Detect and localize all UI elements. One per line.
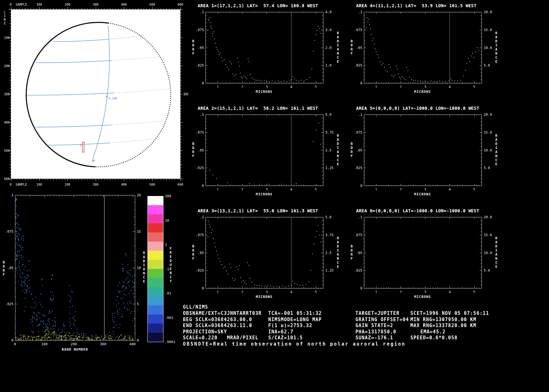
info-target: TARGET=JUPITER bbox=[355, 310, 399, 316]
spectrum-title-area1: AREA 1=(17,1,2,1) LAT= 57.4 LON= 160.8 W… bbox=[198, 3, 318, 8]
spectrum-title-area3: AREA 3=(13,1,2,1) LAT= 55.0 LON= 161.3 W… bbox=[198, 208, 318, 213]
bdrf-axis-label: BDRF bbox=[191, 244, 195, 261]
bdrf-axis-label: BDRF bbox=[350, 244, 354, 261]
spectrum-plot-area4 bbox=[342, 9, 499, 88]
info-obsnote: OBSNOTE=Real time observation of north p… bbox=[183, 341, 406, 347]
radiance-axis-label: RADIANCE bbox=[494, 236, 498, 269]
info-projection: PROJECTION=SKY bbox=[183, 329, 227, 335]
spectrum-title-area4: AREA 4=(11,1,2,1) LAT= 53.9 LON= 161.5 W… bbox=[356, 3, 477, 8]
spectrum-title-area5: AREA 5=(0,0,0,0) LAT=-1000.0 LON=-1000.0… bbox=[356, 106, 479, 111]
info-gain-state: GAIN STATE=2 bbox=[355, 323, 393, 328]
spectrum-title-area2: AREA 2=(15,1,2,1) LAT= 56.2 LON= 161.1 W… bbox=[198, 106, 318, 111]
info-obsname: OBSNAME/EXT=C3JNNTARRT03R bbox=[183, 310, 262, 316]
info-scale: SCALE=0.220 MRAD/PIXEL bbox=[183, 335, 259, 341]
microns-axis-label: MICRONS bbox=[410, 295, 435, 299]
info-max-rng: MAX RNG=1337820.00 KM bbox=[410, 323, 477, 328]
info-min-rng: MIN RNG=1307950.00 KM bbox=[410, 317, 477, 322]
info-tca: TCA=-001 05:31:32 bbox=[268, 310, 322, 316]
info-pha: PHA=1317850.0 bbox=[355, 329, 396, 335]
info-scet: SCET=1996 NOV 05 07:56:11 bbox=[410, 310, 489, 316]
info-speed: SPEED=0.6*0.058 bbox=[410, 335, 457, 341]
radiance-axis-label: RADIANCE bbox=[336, 31, 340, 64]
spectrum-plot-area1 bbox=[184, 9, 340, 88]
bdrf-axis-label: BDRF bbox=[350, 142, 354, 158]
band-number-axis-label: BAND NUMBER bbox=[50, 347, 100, 352]
spectrum-plot-area5 bbox=[342, 112, 499, 190]
bdrf-axis-label: BDRF bbox=[2, 260, 6, 277]
radiance-axis-label: RADIANCE bbox=[494, 31, 498, 64]
spectrum-plot-area2 bbox=[184, 112, 340, 190]
sky-projection-map-canvas bbox=[0, 0, 188, 188]
bdrf-axis-label: BDRF bbox=[191, 39, 195, 56]
nims-display-screen: { "colors": {"background":"#000000","for… bbox=[0, 0, 549, 392]
microns-axis-label: MICRONS bbox=[410, 192, 435, 196]
info-ema: EMA=45.2 bbox=[420, 329, 445, 335]
radiance-axis-label: RADIANCE bbox=[336, 134, 340, 166]
info-ina: INA=62.7 bbox=[268, 329, 293, 335]
microns-axis-label: MICRONS bbox=[410, 90, 435, 94]
bdrf-axis-label: BDRF bbox=[191, 142, 195, 158]
microns-axis-label: MICRONS bbox=[252, 90, 277, 94]
spectrum-title-area6: AREA 6=(0,0,0,0) LAT=-1000.0 LON=-1000.0… bbox=[356, 208, 479, 213]
instrument-title: GLL/NIMS bbox=[183, 304, 208, 310]
info-nimsmode: NIMSMODE=LONG MAP bbox=[268, 317, 322, 322]
radiance-axis-label: RADIANCE bbox=[142, 251, 146, 283]
radiance-axis-label: RADIANCE bbox=[494, 134, 498, 166]
info-grating-offset: GRATING OFFSET=04 bbox=[355, 317, 409, 322]
info-end-sclk: END SCLK=03684263.11.0 bbox=[183, 323, 252, 328]
spectrum-plot-area6 bbox=[342, 215, 499, 293]
info-scaz: S/CAZ=101.5 bbox=[268, 335, 303, 341]
frequency-label: FREQUENCY bbox=[169, 246, 173, 283]
frequency-colorbar bbox=[147, 191, 188, 348]
info-sunaz: SUNAZ=-176.1 bbox=[355, 335, 393, 341]
microns-axis-label: MICRONS bbox=[252, 192, 277, 196]
microns-axis-label: MICRONS bbox=[252, 295, 277, 299]
bdrf-axis-label: BDRF bbox=[350, 39, 354, 56]
radiance-axis-label: RADIANCE bbox=[336, 236, 340, 269]
info-beg-sclk: BEG SCLK=03684263.00.0 bbox=[183, 317, 252, 322]
spectrum-plot-area3 bbox=[184, 215, 340, 293]
info-f1u: F(1 u)=2753.32 bbox=[268, 323, 312, 328]
band-spectrum-plot bbox=[0, 191, 146, 351]
